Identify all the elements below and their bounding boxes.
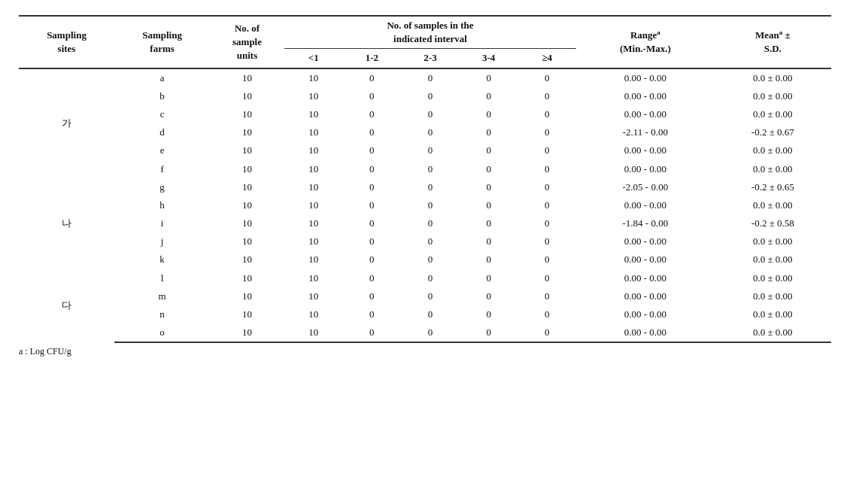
cell-farm: h <box>114 196 210 214</box>
cell-site: 다 <box>19 269 114 343</box>
cell-lt1: 10 <box>284 214 343 232</box>
cell-mean: 0.0 ± 0.00 <box>715 196 831 214</box>
cell-units: 10 <box>210 305 284 323</box>
cell-h12: 0 <box>343 141 402 159</box>
cell-h12: 0 <box>343 105 402 123</box>
cell-range: 0.00 - 0.00 <box>576 105 715 123</box>
cell-h34: 0 <box>460 123 518 141</box>
cell-lt1: 10 <box>284 160 343 178</box>
cell-ge4: 0 <box>518 196 576 214</box>
cell-h34: 0 <box>460 196 518 214</box>
cell-lt1: 10 <box>284 323 343 342</box>
cell-h23: 0 <box>401 196 460 214</box>
col-header-mean: Meana ±S.D. <box>715 16 831 68</box>
cell-farm: o <box>114 323 210 342</box>
cell-h34: 0 <box>460 105 518 123</box>
cell-units: 10 <box>210 323 284 342</box>
cell-h34: 0 <box>460 305 518 323</box>
cell-lt1: 10 <box>284 123 343 141</box>
cell-h34: 0 <box>460 68 518 87</box>
cell-h12: 0 <box>343 250 402 269</box>
cell-h34: 0 <box>460 214 518 232</box>
cell-range: 0.00 - 0.00 <box>576 305 715 323</box>
cell-units: 10 <box>210 178 284 196</box>
col-header-farms: Samplingfarms <box>114 16 210 68</box>
cell-h23: 0 <box>401 214 460 232</box>
col-header-range: Rangea(Min.-Max.) <box>576 16 715 68</box>
cell-farm: f <box>114 160 210 178</box>
cell-h34: 0 <box>460 87 518 105</box>
cell-mean: 0.0 ± 0.00 <box>715 305 831 323</box>
cell-lt1: 10 <box>284 105 343 123</box>
cell-ge4: 0 <box>518 214 576 232</box>
cell-farm: a <box>114 68 210 87</box>
cell-range: 0.00 - 0.00 <box>576 323 715 342</box>
cell-units: 10 <box>210 196 284 214</box>
cell-site: 가 <box>19 68 114 178</box>
col-header-sites: Samplingsites <box>19 16 114 68</box>
cell-farm: n <box>114 305 210 323</box>
col-header-units: No. ofsampleunits <box>210 16 284 68</box>
cell-h23: 0 <box>401 141 460 159</box>
cell-h12: 0 <box>343 287 402 305</box>
cell-h12: 0 <box>343 68 402 87</box>
cell-farm: c <box>114 105 210 123</box>
cell-h23: 0 <box>401 87 460 105</box>
cell-lt1: 10 <box>284 269 343 287</box>
cell-mean: 0.0 ± 0.00 <box>715 250 831 269</box>
cell-mean: -0.2 ± 0.65 <box>715 178 831 196</box>
cell-h34: 0 <box>460 287 518 305</box>
cell-h12: 0 <box>343 178 402 196</box>
cell-h12: 0 <box>343 323 402 342</box>
cell-units: 10 <box>210 87 284 105</box>
cell-h12: 0 <box>343 87 402 105</box>
table-row: 가a101000000.00 - 0.000.0 ± 0.00 <box>19 68 831 87</box>
cell-h23: 0 <box>401 160 460 178</box>
col-header-12: 1-2 <box>343 49 402 68</box>
cell-mean: -0.2 ± 0.67 <box>715 123 831 141</box>
cell-mean: 0.0 ± 0.00 <box>715 105 831 123</box>
cell-h12: 0 <box>343 305 402 323</box>
cell-range: -1.84 - 0.00 <box>576 214 715 232</box>
col-header-ge4: ≥4 <box>518 49 576 68</box>
cell-ge4: 0 <box>518 269 576 287</box>
table-row: e101000000.00 - 0.000.0 ± 0.00 <box>19 141 831 159</box>
cell-h12: 0 <box>343 160 402 178</box>
cell-h34: 0 <box>460 160 518 178</box>
cell-h12: 0 <box>343 269 402 287</box>
table-row: i10100000-1.84 - 0.00-0.2 ± 0.58 <box>19 214 831 232</box>
cell-range: -2.11 - 0.00 <box>576 123 715 141</box>
cell-farm: l <box>114 269 210 287</box>
cell-lt1: 10 <box>284 87 343 105</box>
cell-lt1: 10 <box>284 178 343 196</box>
cell-lt1: 10 <box>284 232 343 250</box>
cell-farm: m <box>114 287 210 305</box>
cell-mean: 0.0 ± 0.00 <box>715 323 831 342</box>
cell-h23: 0 <box>401 123 460 141</box>
table-row: f101000000.00 - 0.000.0 ± 0.00 <box>19 160 831 178</box>
header-row-1: Samplingsites Samplingfarms No. ofsample… <box>19 16 831 49</box>
cell-mean: 0.0 ± 0.00 <box>715 68 831 87</box>
cell-ge4: 0 <box>518 68 576 87</box>
cell-ge4: 0 <box>518 105 576 123</box>
cell-mean: 0.0 ± 0.00 <box>715 87 831 105</box>
cell-farm: b <box>114 87 210 105</box>
table-row: 나g10100000-2.05 - 0.00-0.2 ± 0.65 <box>19 178 831 196</box>
cell-h12: 0 <box>343 214 402 232</box>
table-row: n101000000.00 - 0.000.0 ± 0.00 <box>19 305 831 323</box>
cell-ge4: 0 <box>518 178 576 196</box>
cell-range: 0.00 - 0.00 <box>576 287 715 305</box>
cell-units: 10 <box>210 232 284 250</box>
cell-units: 10 <box>210 287 284 305</box>
cell-farm: k <box>114 250 210 269</box>
data-table: Samplingsites Samplingfarms No. ofsample… <box>19 15 831 343</box>
cell-range: 0.00 - 0.00 <box>576 250 715 269</box>
cell-farm: i <box>114 214 210 232</box>
cell-ge4: 0 <box>518 87 576 105</box>
cell-range: 0.00 - 0.00 <box>576 87 715 105</box>
cell-units: 10 <box>210 68 284 87</box>
table-container: Samplingsites Samplingfarms No. ofsample… <box>19 15 831 357</box>
cell-h23: 0 <box>401 323 460 342</box>
cell-range: 0.00 - 0.00 <box>576 269 715 287</box>
cell-mean: 0.0 ± 0.00 <box>715 269 831 287</box>
